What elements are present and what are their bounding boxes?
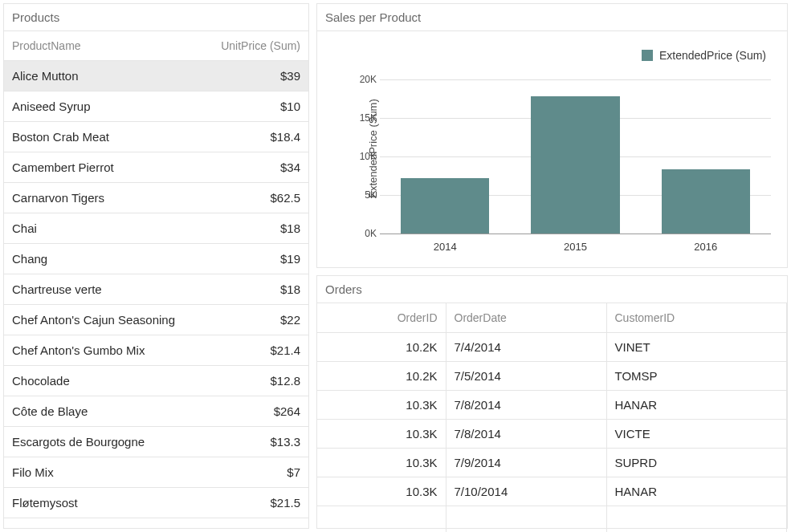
chart-area: ExtendedPrice (Sum) ExtendedPrice (Sum) …: [317, 31, 787, 266]
chart-y-tick: 10K: [351, 151, 377, 162]
order-date-cell: 7/8/2014: [446, 420, 606, 449]
product-price-cell: $7: [196, 457, 308, 487]
table-row[interactable]: Chai$18: [4, 213, 308, 244]
chart-x-tick: 2015: [510, 241, 640, 253]
order-date-cell: 7/10/2014: [446, 477, 606, 506]
table-row[interactable]: Carnarvon Tigers$62.5: [4, 183, 308, 213]
orders-title: Orders: [317, 276, 787, 303]
orders-header-id[interactable]: OrderID: [317, 303, 446, 333]
order-date-cell: 7/8/2014: [446, 391, 606, 420]
order-id-cell: 10.3K: [317, 391, 446, 420]
table-row[interactable]: Escargots de Bourgogne$13.3: [4, 427, 308, 457]
product-price-cell: $18.4: [196, 122, 308, 152]
table-row[interactable]: 10.3K7/8/2014VICTE: [317, 420, 787, 449]
product-name-cell: Chef Anton's Cajun Seasoning: [4, 305, 196, 335]
order-date-cell: 7/4/2014: [446, 333, 606, 362]
chart-y-tick: 20K: [351, 74, 377, 85]
legend-swatch-icon: [642, 50, 653, 61]
product-name-cell: Chartreuse verte: [4, 274, 196, 304]
chart-x-tick: 2014: [380, 241, 510, 253]
order-customer-cell: VINET: [606, 333, 787, 362]
table-row[interactable]: Chartreuse verte$18: [4, 274, 308, 305]
order-customer-cell: SUPRD: [606, 449, 787, 477]
table-row[interactable]: Alice Mutton$39: [4, 61, 308, 91]
chart-bar[interactable]: [662, 169, 750, 234]
orders-table: OrderID OrderDate CustomerID 10.2K7/4/20…: [317, 303, 787, 532]
product-price-cell: $18: [196, 213, 308, 243]
table-row[interactable]: 10.3K7/9/2014SUPRD: [317, 449, 787, 477]
product-price-cell: $19: [196, 244, 308, 274]
table-row[interactable]: Camembert Pierrot$34: [4, 152, 308, 183]
product-name-cell: Côte de Blaye: [4, 396, 196, 426]
product-price-cell: $18: [196, 274, 308, 304]
chart-panel: Sales per Product ExtendedPrice (Sum) Ex…: [316, 3, 788, 268]
order-date-cell: 7/5/2014: [446, 362, 606, 391]
product-price-cell: $10: [196, 91, 308, 121]
product-name-cell: Camembert Pierrot: [4, 152, 196, 182]
chart-plot[interactable]: 0K5K10K15K20K201420152016: [380, 79, 771, 234]
order-customer-cell: VICTE: [606, 420, 787, 449]
orders-header-date[interactable]: OrderDate: [446, 303, 606, 333]
product-name-cell: Carnarvon Tigers: [4, 183, 196, 213]
product-price-cell: $39: [196, 61, 308, 91]
chart-y-tick: 15K: [351, 112, 377, 124]
products-panel: Products ProductName UnitPrice (Sum) Ali…: [3, 3, 309, 529]
table-row[interactable]: 10.3K7/10/2014HANAR: [317, 477, 787, 506]
order-cell-partial: [446, 506, 606, 533]
table-row[interactable]: Filo Mix$7: [4, 457, 308, 488]
product-name-cell: Boston Crab Meat: [4, 122, 196, 152]
legend-label: ExtendedPrice (Sum): [659, 49, 766, 62]
orders-header-customer[interactable]: CustomerID: [606, 303, 787, 333]
products-rows: Alice Mutton$39Aniseed Syrup$10Boston Cr…: [4, 61, 308, 518]
order-id-cell: 10.2K: [317, 362, 446, 391]
product-name-cell: Chocolade: [4, 366, 196, 396]
product-name-cell: Fløtemysost: [4, 488, 196, 518]
product-price-cell: $12.8: [196, 366, 308, 396]
orders-body: 10.2K7/4/2014VINET10.2K7/5/2014TOMSP10.3…: [317, 333, 787, 533]
products-header-name[interactable]: ProductName: [4, 31, 196, 60]
chart-bar[interactable]: [401, 178, 489, 234]
product-price-cell: $34: [196, 152, 308, 182]
table-row[interactable]: Côte de Blaye$264: [4, 396, 308, 427]
product-name-cell: Filo Mix: [4, 457, 196, 487]
chart-y-tick: 5K: [351, 189, 377, 201]
chart-bar-slot: 2016: [641, 79, 771, 234]
product-price-cell: $21.5: [196, 488, 308, 518]
order-id-cell: 10.3K: [317, 477, 446, 506]
order-cell-partial: [606, 506, 787, 533]
chart-bar-slot: 2015: [510, 79, 640, 234]
table-row[interactable]: Boston Crab Meat$18.4: [4, 122, 308, 152]
order-customer-cell: HANAR: [606, 477, 787, 506]
orders-panel: Orders OrderID OrderDate CustomerID 10.2…: [316, 275, 788, 529]
orders-header-row: OrderID OrderDate CustomerID: [317, 303, 787, 333]
chart-bar-slot: 2014: [380, 79, 510, 234]
chart-legend: ExtendedPrice (Sum): [642, 49, 766, 62]
table-row[interactable]: 10.2K7/5/2014TOMSP: [317, 362, 787, 391]
table-row[interactable]: 10.3K7/8/2014HANAR: [317, 391, 787, 420]
product-name-cell: Escargots de Bourgogne: [4, 427, 196, 457]
table-row[interactable]: [317, 506, 787, 533]
table-row[interactable]: Chang$19: [4, 244, 308, 274]
order-id-cell: 10.3K: [317, 420, 446, 449]
product-price-cell: $62.5: [196, 183, 308, 213]
chart-x-tick: 2016: [641, 241, 771, 253]
product-name-cell: Alice Mutton: [4, 61, 196, 91]
product-name-cell: Chef Anton's Gumbo Mix: [4, 335, 196, 365]
product-name-cell: Chai: [4, 213, 196, 243]
order-customer-cell: HANAR: [606, 391, 787, 420]
products-header-price[interactable]: UnitPrice (Sum): [196, 31, 308, 60]
chart-bar[interactable]: [531, 96, 619, 234]
table-row[interactable]: Chocolade$12.8: [4, 366, 308, 396]
table-row[interactable]: Fløtemysost$21.5: [4, 488, 308, 518]
products-column-headers: ProductName UnitPrice (Sum): [4, 31, 308, 61]
products-title: Products: [4, 4, 308, 31]
table-row[interactable]: Chef Anton's Gumbo Mix$21.4: [4, 335, 308, 366]
chart-gridline: [380, 234, 771, 234]
product-price-cell: $264: [196, 396, 308, 426]
table-row[interactable]: Aniseed Syrup$10: [4, 91, 308, 122]
product-price-cell: $22: [196, 305, 308, 335]
chart-bars: 201420152016: [380, 79, 771, 234]
table-row[interactable]: 10.2K7/4/2014VINET: [317, 333, 787, 362]
table-row[interactable]: Chef Anton's Cajun Seasoning$22: [4, 305, 308, 335]
chart-y-tick: 0K: [351, 228, 377, 239]
